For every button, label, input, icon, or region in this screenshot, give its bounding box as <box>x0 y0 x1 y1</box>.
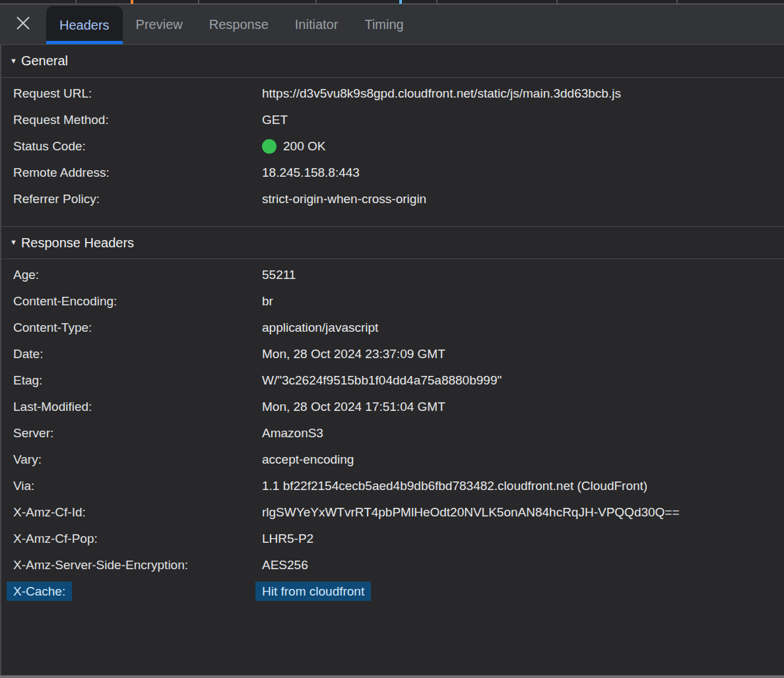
header-name: Referrer Policy: <box>1 186 262 212</box>
detail-tabbar: Headers Preview Response Initiator Timin… <box>0 5 784 45</box>
header-value: Mon, 28 Oct 2024 17:51:04 GMT <box>262 394 772 420</box>
row-x-cache: X-Cache: Hit from cloudfront <box>1 578 784 605</box>
header-name: Request URL: <box>1 80 262 107</box>
header-value: W/"3c2624f9515bb1f04dd4a75a8880b999" <box>262 367 772 394</box>
search-match-highlight: X-Cache: <box>7 582 72 601</box>
header-value: AmazonS3 <box>262 420 772 447</box>
header-value: Mon, 28 Oct 2024 23:37:09 GMT <box>262 341 772 367</box>
header-name: X-Amz-Cf-Id: <box>1 499 262 526</box>
header-value: application/javascript <box>262 315 772 341</box>
close-icon <box>13 13 34 36</box>
header-name: Last-Modified: <box>1 394 262 420</box>
triangle-down-icon: ▼ <box>10 238 17 246</box>
header-value: br <box>262 288 772 315</box>
search-match-highlight: Hit from cloudfront <box>255 582 371 601</box>
header-value: strict-origin-when-cross-origin <box>262 186 772 212</box>
header-value: 18.245.158.8:443 <box>262 160 772 186</box>
row-request-method: Request Method: GET <box>1 107 784 133</box>
row-x-amz-cf-id: X-Amz-Cf-Id: rlgSWYeYxWTvrRT4pbPMlHeOdt2… <box>1 499 784 526</box>
header-name: Request Method: <box>1 107 262 133</box>
tab-label: Headers <box>59 18 110 33</box>
header-value: LHR5-P2 <box>262 526 772 552</box>
header-name: Vary: <box>1 447 262 473</box>
row-server: Server: AmazonS3 <box>1 420 784 447</box>
tab-preview[interactable]: Preview <box>123 5 196 44</box>
row-etag: Etag: W/"3c2624f9515bb1f04dd4a75a8880b99… <box>1 367 784 394</box>
row-age: Age: 55211 <box>1 262 784 288</box>
tab-initiator[interactable]: Initiator <box>282 5 352 44</box>
header-name: Server: <box>1 420 262 447</box>
section-title: General <box>21 53 68 69</box>
header-name: Etag: <box>1 367 262 394</box>
close-button[interactable] <box>0 5 46 44</box>
row-last-modified: Last-Modified: Mon, 28 Oct 2024 17:51:04… <box>1 394 784 420</box>
header-value: https://d3v5vu8k9s8gpd.cloudfront.net/st… <box>262 80 772 107</box>
header-value: 200 OK <box>262 133 772 160</box>
header-value: Hit from cloudfront <box>262 578 772 605</box>
response-header-rows: Age: 55211 Content-Encoding: br Content-… <box>1 259 784 619</box>
header-value: 1.1 bf22f2154cecb5aed4b9db6fbd783482.clo… <box>262 473 772 499</box>
tab-timing[interactable]: Timing <box>351 5 416 44</box>
header-name: Remote Address: <box>1 160 262 186</box>
waterfall-tick-orange <box>131 0 133 4</box>
column-divider <box>75 0 77 5</box>
waterfall-tick-cyan <box>399 0 402 4</box>
header-name: X-Cache: <box>1 578 262 605</box>
header-value: AES256 <box>262 552 772 578</box>
tab-response[interactable]: Response <box>196 5 282 44</box>
header-value: rlgSWYeYxWTvrRT4pbPMlHeOdt20NVLK5onAN84h… <box>262 499 772 526</box>
column-divider <box>676 0 678 5</box>
row-date: Date: Mon, 28 Oct 2024 23:37:09 GMT <box>1 341 784 367</box>
header-value: GET <box>262 107 772 133</box>
tab-headers[interactable]: Headers <box>46 6 123 44</box>
row-remote-address: Remote Address: 18.245.158.8:443 <box>1 160 784 186</box>
row-referrer-policy: Referrer Policy: strict-origin-when-cros… <box>1 186 784 212</box>
header-name: X-Amz-Cf-Pop: <box>1 526 262 552</box>
triangle-down-icon: ▼ <box>10 57 17 65</box>
section-header-general[interactable]: ▼ General <box>1 45 784 78</box>
column-divider <box>198 0 199 5</box>
row-content-type: Content-Type: application/javascript <box>1 315 784 341</box>
header-name: Content-Type: <box>1 315 262 341</box>
column-divider <box>436 0 438 5</box>
header-name: Content-Encoding: <box>1 288 262 315</box>
row-via: Via: 1.1 bf22f2154cecb5aed4b9db6fbd78348… <box>1 473 784 499</box>
header-name: X-Amz-Server-Side-Encryption: <box>1 552 262 578</box>
row-vary: Vary: accept-encoding <box>1 447 784 473</box>
tab-label: Response <box>209 17 269 32</box>
status-dot <box>262 139 277 154</box>
tab-active-underline <box>46 41 123 44</box>
row-x-amz-cf-pop: X-Amz-Cf-Pop: LHR5-P2 <box>1 526 784 552</box>
column-divider <box>315 0 317 5</box>
row-content-encoding: Content-Encoding: br <box>1 288 784 315</box>
tab-label: Preview <box>136 17 183 32</box>
headers-pane: ▼ General Request URL: https://d3v5vu8k9… <box>0 45 784 677</box>
general-rows: Request URL: https://d3v5vu8k9s8gpd.clou… <box>1 78 784 226</box>
top-strip <box>0 0 784 5</box>
row-request-url: Request URL: https://d3v5vu8k9s8gpd.clou… <box>1 80 784 107</box>
header-name: Status Code: <box>1 133 262 160</box>
column-divider <box>556 0 558 5</box>
row-x-amz-server-side-encryption: X-Amz-Server-Side-Encryption: AES256 <box>1 552 784 578</box>
tab-label: Timing <box>364 17 403 32</box>
header-name: Date: <box>1 341 262 367</box>
header-name: Age: <box>1 262 262 288</box>
header-value: 55211 <box>262 262 772 288</box>
pane-bottom-divider <box>0 675 784 678</box>
status-text: 200 OK <box>283 133 325 160</box>
tab-label: Initiator <box>295 17 339 32</box>
section-header-response-headers[interactable]: ▼ Response Headers <box>1 226 784 259</box>
header-name: Via: <box>1 473 262 499</box>
row-status-code: Status Code: 200 OK <box>1 133 784 160</box>
section-title: Response Headers <box>21 235 134 251</box>
header-value: accept-encoding <box>262 447 772 473</box>
